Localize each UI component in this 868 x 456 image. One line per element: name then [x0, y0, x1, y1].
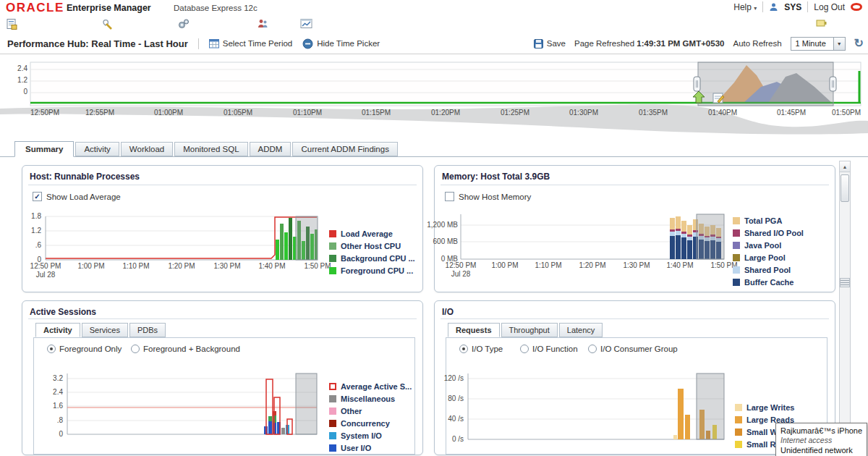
subtab-latency[interactable]: Latency [559, 323, 603, 337]
legend-swatch [329, 230, 336, 237]
tab-addm[interactable]: ADDM [250, 142, 292, 156]
selection-handle-left[interactable] [694, 77, 700, 91]
legend-label: Large Writes [746, 403, 794, 412]
selection-handle-right[interactable] [830, 77, 836, 91]
tab-monitored-sql[interactable]: Monitored SQL [174, 142, 247, 156]
edition-label: Database Express 12c [174, 4, 258, 12]
security-users-icon[interactable] [257, 18, 268, 33]
show-host-memory-checkbox[interactable]: Show Host Memory [445, 192, 531, 201]
time-edit-icon[interactable] [713, 93, 724, 103]
refresh-timestamp: 1:49:31 PM GMT+0530 [637, 39, 724, 48]
time-selection-overlay [697, 214, 724, 259]
x-tick: 01:10PM [293, 109, 322, 117]
scrollbar-thumb[interactable] [841, 174, 849, 202]
subtab-throughput[interactable]: Throughput [501, 323, 558, 337]
radio-label: I/O Function [532, 345, 578, 353]
show-load-average-checkbox[interactable]: ✓ Show Load Average [33, 192, 121, 201]
battery-icon [816, 18, 827, 31]
legend-swatch [735, 428, 742, 436]
tab-activity[interactable]: Activity [75, 142, 119, 156]
menu-icon-bar [0, 16, 868, 33]
separator [807, 1, 808, 12]
configuration-wrench-icon[interactable] [101, 18, 114, 33]
scroll-up-button[interactable]: ▲ [840, 161, 850, 172]
tab-summary[interactable]: Summary [14, 141, 74, 157]
legend-label: Other Host CPU [341, 242, 401, 250]
divider [28, 318, 417, 319]
x-tick: 01:45PM [777, 109, 806, 117]
select-dropdown-button[interactable]: ▼ [833, 38, 845, 50]
legend-swatch [329, 432, 336, 439]
subtab-requests[interactable]: Requests [448, 323, 500, 337]
time-picker-chart[interactable] [0, 58, 868, 139]
radio-label: Foreground + Background [143, 345, 240, 353]
io-consumer-group-radio[interactable]: I/O Consumer Group [588, 345, 678, 353]
legend-item: Total PGA [733, 216, 804, 224]
legend-label: Total PGA [744, 216, 782, 225]
checkbox-box[interactable] [445, 192, 454, 201]
radio-selected[interactable] [47, 345, 56, 353]
storage-gears-icon[interactable] [177, 18, 190, 33]
legend-item: Other [329, 407, 412, 415]
x-axis-date: Jul 28 [451, 270, 471, 278]
legend-swatch [735, 416, 742, 423]
io-requests-chart [435, 370, 739, 446]
memory-panel: Memory: Host Total 3.9GB Show Host Memor… [434, 165, 835, 292]
app-header: ORACLE Enterprise Manager Database Expre… [0, 0, 868, 16]
radio-selected[interactable] [459, 345, 468, 353]
memory-chart-legend: Total PGA Shared I/O Pool Java Pool Larg… [733, 216, 804, 286]
oracle-logo: ORACLE [6, 1, 64, 15]
separator [762, 1, 763, 12]
tab-workload[interactable]: Workload [121, 142, 173, 156]
legend-label: Concurrency [341, 419, 390, 428]
check-icon: ✓ [34, 193, 40, 200]
logout-link[interactable]: Log Out [814, 2, 845, 12]
tab-current-addm-findings[interactable]: Current ADDM Findings [292, 142, 397, 156]
select-time-period-button[interactable]: Select Time Period [209, 38, 293, 48]
refresh-button[interactable]: ↻ [854, 38, 864, 49]
tab-strip-line [0, 156, 868, 157]
report-menu-icon[interactable] [6, 18, 17, 33]
legend-label: Shared I/O Pool [744, 229, 804, 237]
minus-circle-icon [302, 38, 313, 49]
x-axis-date: Jul 28 [36, 271, 56, 279]
divider [28, 185, 417, 185]
subtab-services[interactable]: Services [82, 323, 128, 337]
io-function-radio[interactable]: I/O Function [520, 345, 578, 353]
x-tick: 1:10 PM [122, 262, 149, 270]
subtab-activity[interactable]: Activity [35, 323, 80, 337]
hide-time-picker-button[interactable]: Hide Time Picker [302, 38, 380, 49]
help-menu[interactable]: Help ▾ [733, 2, 757, 12]
radio-unselected[interactable] [588, 345, 597, 353]
subtab-pdbs[interactable]: PDBs [129, 323, 166, 337]
legend-swatch [329, 383, 336, 390]
legend-item: Other Host CPU [329, 242, 415, 250]
save-button[interactable]: Save [534, 39, 566, 48]
io-subtabs: Requests Throughput Latency [448, 323, 603, 337]
legend-item: Foreground CPU ... [329, 266, 415, 274]
page-refreshed: Page Refreshed 1:49:31 PM GMT+0530 [574, 39, 724, 48]
foreground-only-radio[interactable]: Foreground Only [47, 345, 122, 353]
radio-unselected[interactable] [131, 345, 140, 353]
legend-label: Miscellaneous [341, 394, 395, 403]
panel-title: Host: Runnable Processes [30, 172, 140, 182]
legend-item: Shared I/O Pool [733, 229, 804, 237]
divider [441, 318, 829, 319]
legend-label: Java Pool [744, 241, 781, 250]
checkbox-box[interactable]: ✓ [33, 192, 42, 201]
legend-swatch [733, 217, 740, 224]
performance-chart-icon[interactable] [300, 18, 312, 33]
x-tick: 1:00 PM [491, 261, 518, 269]
x-tick: 12:50PM [30, 109, 59, 117]
session-wait-bars [264, 411, 289, 434]
io-type-radio[interactable]: I/O Type [459, 345, 503, 353]
username[interactable]: SYS [784, 2, 801, 12]
x-tick: 12:50 PM [30, 262, 61, 270]
radio-unselected[interactable] [520, 345, 529, 353]
scrollbar-grip[interactable] [840, 278, 850, 287]
x-tick: 01:05PM [224, 109, 252, 117]
vertical-scrollbar[interactable]: ▲ [839, 161, 851, 456]
auto-refresh-select[interactable]: 1 Minute ▼ [791, 37, 846, 51]
foreground-background-radio[interactable]: Foreground + Background [131, 345, 240, 353]
main-tab-bar: Summary Activity Workload Monitored SQL … [14, 141, 398, 156]
